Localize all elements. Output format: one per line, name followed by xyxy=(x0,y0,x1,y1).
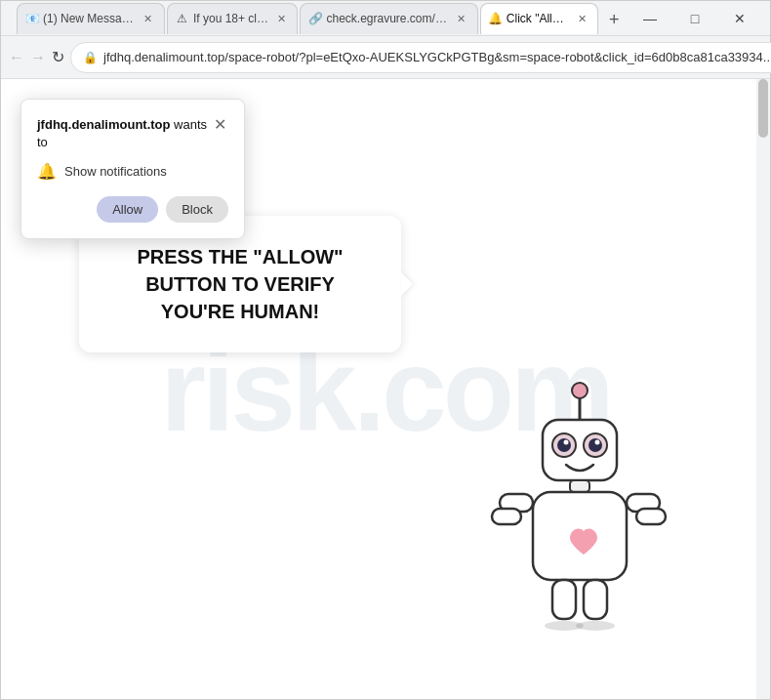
tab4-close[interactable]: ✕ xyxy=(574,11,589,26)
popup-close-button[interactable]: ✕ xyxy=(212,115,228,134)
maximize-button[interactable]: □ xyxy=(672,3,717,34)
svg-point-7 xyxy=(564,440,569,445)
popup-site-info: jfdhq.denalimount.top wants to xyxy=(37,115,212,150)
refresh-button[interactable]: ↻ xyxy=(52,43,64,72)
tab3-close[interactable]: ✕ xyxy=(454,11,469,26)
tabs-bar: 📧 (1) New Message! ✕ ⚠ If you 18+ click … xyxy=(17,3,628,34)
svg-point-1 xyxy=(572,383,588,398)
scrollbar[interactable] xyxy=(756,79,770,699)
back-button[interactable]: ← xyxy=(9,43,24,72)
popup-header: jfdhq.denalimount.top wants to ✕ xyxy=(37,115,228,150)
popup-site-name: jfdhq.denalimount.top xyxy=(37,117,170,132)
close-button[interactable]: ✕ xyxy=(717,3,762,34)
tab2-close[interactable]: ✕ xyxy=(273,11,289,26)
new-tab-button[interactable]: + xyxy=(600,7,628,34)
svg-point-6 xyxy=(588,438,602,452)
svg-point-8 xyxy=(595,440,600,445)
tab-new-message[interactable]: 📧 (1) New Message! ✕ xyxy=(17,3,165,34)
tab1-close[interactable]: ✕ xyxy=(141,11,156,26)
svg-rect-9 xyxy=(570,480,589,492)
popup-buttons: Allow Block xyxy=(37,196,228,223)
url-text: jfdhq.denalimount.top/space-robot/?pl=eE… xyxy=(103,50,771,64)
title-bar-controls: — □ ✕ xyxy=(628,3,762,34)
forward-button[interactable]: → xyxy=(30,43,46,72)
svg-rect-12 xyxy=(492,509,521,524)
tab-check[interactable]: 🔗 check.egravure.com/6... ✕ xyxy=(300,3,477,34)
svg-point-18 xyxy=(576,621,615,631)
minimize-button[interactable]: — xyxy=(628,3,672,34)
scrollbar-thumb[interactable] xyxy=(758,79,768,138)
allow-button[interactable]: Allow xyxy=(97,196,158,223)
tab1-label: (1) New Message! xyxy=(43,12,137,25)
tab2-favicon: ⚠ xyxy=(176,12,189,25)
notification-popup: jfdhq.denalimount.top wants to ✕ 🔔 Show … xyxy=(20,99,245,239)
title-bar: 📧 (1) New Message! ✕ ⚠ If you 18+ click … xyxy=(1,1,770,36)
tab3-label: check.egravure.com/6... xyxy=(326,12,449,25)
tab-18plus[interactable]: ⚠ If you 18+ click ✕ xyxy=(167,3,299,34)
page-content: risk.com xyxy=(1,79,770,699)
tab-click-allow[interactable]: 🔔 Click "Allow" ✕ xyxy=(480,3,598,34)
permission-text: Show notifications xyxy=(64,164,167,179)
svg-rect-16 xyxy=(584,580,607,619)
popup-permission: 🔔 Show notifications xyxy=(37,162,228,181)
block-button[interactable]: Block xyxy=(166,196,228,223)
bell-icon: 🔔 xyxy=(37,162,57,181)
svg-point-5 xyxy=(557,438,571,452)
browser-window: 📧 (1) New Message! ✕ ⚠ If you 18+ click … xyxy=(0,0,771,700)
tab1-favicon: 📧 xyxy=(25,12,39,25)
tab4-label: Click "Allow" xyxy=(507,12,570,25)
url-bar[interactable]: 🔒 jfdhq.denalimount.top/space-robot/?pl=… xyxy=(70,42,771,73)
robot-svg xyxy=(467,367,692,660)
svg-rect-14 xyxy=(636,509,666,524)
tab3-favicon: 🔗 xyxy=(308,12,322,25)
speech-bubble-text: PRESS THE "ALLOW" BUTTON TO VERIFY YOU'R… xyxy=(108,243,372,325)
tab4-favicon: 🔔 xyxy=(489,12,503,25)
svg-rect-15 xyxy=(552,580,576,619)
robot-illustration xyxy=(467,367,692,660)
lock-icon: 🔒 xyxy=(83,51,98,64)
address-bar: ← → ↻ 🔒 jfdhq.denalimount.top/space-robo… xyxy=(1,36,770,79)
tab2-label: If you 18+ click xyxy=(193,12,270,25)
